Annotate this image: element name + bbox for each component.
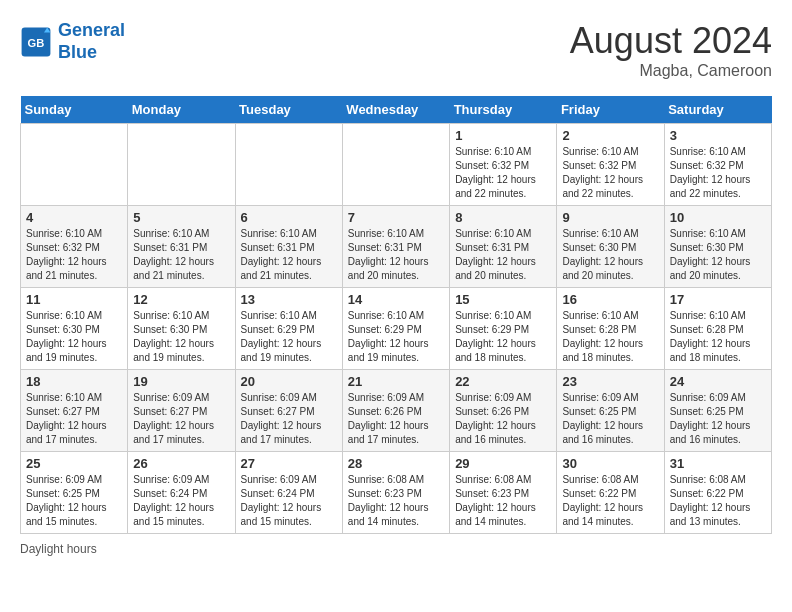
col-sunday: Sunday bbox=[21, 96, 128, 124]
day-number: 20 bbox=[241, 374, 337, 389]
calendar-cell: 6Sunrise: 6:10 AM Sunset: 6:31 PM Daylig… bbox=[235, 206, 342, 288]
cell-info: Sunrise: 6:10 AM Sunset: 6:30 PM Dayligh… bbox=[562, 227, 658, 283]
svg-text:GB: GB bbox=[28, 36, 45, 48]
week-row-3: 11Sunrise: 6:10 AM Sunset: 6:30 PM Dayli… bbox=[21, 288, 772, 370]
calendar-cell: 4Sunrise: 6:10 AM Sunset: 6:32 PM Daylig… bbox=[21, 206, 128, 288]
day-number: 14 bbox=[348, 292, 444, 307]
calendar-cell: 25Sunrise: 6:09 AM Sunset: 6:25 PM Dayli… bbox=[21, 452, 128, 534]
calendar-cell: 19Sunrise: 6:09 AM Sunset: 6:27 PM Dayli… bbox=[128, 370, 235, 452]
day-number: 30 bbox=[562, 456, 658, 471]
col-saturday: Saturday bbox=[664, 96, 771, 124]
daylight-label: Daylight hours bbox=[20, 542, 97, 556]
calendar-cell: 21Sunrise: 6:09 AM Sunset: 6:26 PM Dayli… bbox=[342, 370, 449, 452]
day-number: 13 bbox=[241, 292, 337, 307]
cell-info: Sunrise: 6:09 AM Sunset: 6:27 PM Dayligh… bbox=[133, 391, 229, 447]
week-row-4: 18Sunrise: 6:10 AM Sunset: 6:27 PM Dayli… bbox=[21, 370, 772, 452]
calendar-cell: 23Sunrise: 6:09 AM Sunset: 6:25 PM Dayli… bbox=[557, 370, 664, 452]
col-thursday: Thursday bbox=[450, 96, 557, 124]
cell-info: Sunrise: 6:10 AM Sunset: 6:28 PM Dayligh… bbox=[670, 309, 766, 365]
cell-info: Sunrise: 6:09 AM Sunset: 6:26 PM Dayligh… bbox=[348, 391, 444, 447]
cell-info: Sunrise: 6:10 AM Sunset: 6:32 PM Dayligh… bbox=[670, 145, 766, 201]
cell-info: Sunrise: 6:10 AM Sunset: 6:29 PM Dayligh… bbox=[455, 309, 551, 365]
cell-info: Sunrise: 6:09 AM Sunset: 6:25 PM Dayligh… bbox=[26, 473, 122, 529]
cell-info: Sunrise: 6:10 AM Sunset: 6:32 PM Dayligh… bbox=[562, 145, 658, 201]
calendar-cell: 26Sunrise: 6:09 AM Sunset: 6:24 PM Dayli… bbox=[128, 452, 235, 534]
cell-info: Sunrise: 6:09 AM Sunset: 6:27 PM Dayligh… bbox=[241, 391, 337, 447]
day-number: 3 bbox=[670, 128, 766, 143]
cell-info: Sunrise: 6:08 AM Sunset: 6:23 PM Dayligh… bbox=[455, 473, 551, 529]
day-number: 11 bbox=[26, 292, 122, 307]
day-number: 21 bbox=[348, 374, 444, 389]
calendar-cell: 8Sunrise: 6:10 AM Sunset: 6:31 PM Daylig… bbox=[450, 206, 557, 288]
col-wednesday: Wednesday bbox=[342, 96, 449, 124]
cell-info: Sunrise: 6:09 AM Sunset: 6:25 PM Dayligh… bbox=[670, 391, 766, 447]
cell-info: Sunrise: 6:09 AM Sunset: 6:25 PM Dayligh… bbox=[562, 391, 658, 447]
day-number: 23 bbox=[562, 374, 658, 389]
cell-info: Sunrise: 6:10 AM Sunset: 6:30 PM Dayligh… bbox=[26, 309, 122, 365]
logo-text: General Blue bbox=[58, 20, 125, 63]
calendar-cell bbox=[342, 124, 449, 206]
header-row: Sunday Monday Tuesday Wednesday Thursday… bbox=[21, 96, 772, 124]
cell-info: Sunrise: 6:09 AM Sunset: 6:24 PM Dayligh… bbox=[133, 473, 229, 529]
cell-info: Sunrise: 6:08 AM Sunset: 6:22 PM Dayligh… bbox=[562, 473, 658, 529]
cell-info: Sunrise: 6:10 AM Sunset: 6:27 PM Dayligh… bbox=[26, 391, 122, 447]
calendar-cell: 14Sunrise: 6:10 AM Sunset: 6:29 PM Dayli… bbox=[342, 288, 449, 370]
calendar-cell: 7Sunrise: 6:10 AM Sunset: 6:31 PM Daylig… bbox=[342, 206, 449, 288]
day-number: 19 bbox=[133, 374, 229, 389]
footer: Daylight hours bbox=[20, 542, 772, 556]
cell-info: Sunrise: 6:09 AM Sunset: 6:24 PM Dayligh… bbox=[241, 473, 337, 529]
cell-info: Sunrise: 6:10 AM Sunset: 6:30 PM Dayligh… bbox=[133, 309, 229, 365]
cell-info: Sunrise: 6:10 AM Sunset: 6:28 PM Dayligh… bbox=[562, 309, 658, 365]
calendar-cell: 1Sunrise: 6:10 AM Sunset: 6:32 PM Daylig… bbox=[450, 124, 557, 206]
calendar-cell bbox=[235, 124, 342, 206]
day-number: 5 bbox=[133, 210, 229, 225]
calendar-cell: 20Sunrise: 6:09 AM Sunset: 6:27 PM Dayli… bbox=[235, 370, 342, 452]
day-number: 31 bbox=[670, 456, 766, 471]
calendar-cell bbox=[21, 124, 128, 206]
col-tuesday: Tuesday bbox=[235, 96, 342, 124]
calendar-cell: 10Sunrise: 6:10 AM Sunset: 6:30 PM Dayli… bbox=[664, 206, 771, 288]
day-number: 15 bbox=[455, 292, 551, 307]
calendar-cell: 3Sunrise: 6:10 AM Sunset: 6:32 PM Daylig… bbox=[664, 124, 771, 206]
cell-info: Sunrise: 6:10 AM Sunset: 6:29 PM Dayligh… bbox=[241, 309, 337, 365]
day-number: 18 bbox=[26, 374, 122, 389]
cell-info: Sunrise: 6:10 AM Sunset: 6:32 PM Dayligh… bbox=[455, 145, 551, 201]
day-number: 22 bbox=[455, 374, 551, 389]
day-number: 2 bbox=[562, 128, 658, 143]
day-number: 29 bbox=[455, 456, 551, 471]
cell-info: Sunrise: 6:08 AM Sunset: 6:22 PM Dayligh… bbox=[670, 473, 766, 529]
day-number: 25 bbox=[26, 456, 122, 471]
calendar-cell: 13Sunrise: 6:10 AM Sunset: 6:29 PM Dayli… bbox=[235, 288, 342, 370]
page-header: GB General Blue August 2024 Magba, Camer… bbox=[20, 20, 772, 80]
title-block: August 2024 Magba, Cameroon bbox=[570, 20, 772, 80]
day-number: 12 bbox=[133, 292, 229, 307]
calendar-cell: 2Sunrise: 6:10 AM Sunset: 6:32 PM Daylig… bbox=[557, 124, 664, 206]
logo: GB General Blue bbox=[20, 20, 125, 63]
day-number: 7 bbox=[348, 210, 444, 225]
week-row-1: 1Sunrise: 6:10 AM Sunset: 6:32 PM Daylig… bbox=[21, 124, 772, 206]
col-friday: Friday bbox=[557, 96, 664, 124]
week-row-2: 4Sunrise: 6:10 AM Sunset: 6:32 PM Daylig… bbox=[21, 206, 772, 288]
month-title: August 2024 bbox=[570, 20, 772, 62]
calendar-cell: 29Sunrise: 6:08 AM Sunset: 6:23 PM Dayli… bbox=[450, 452, 557, 534]
calendar-cell: 17Sunrise: 6:10 AM Sunset: 6:28 PM Dayli… bbox=[664, 288, 771, 370]
cell-info: Sunrise: 6:10 AM Sunset: 6:31 PM Dayligh… bbox=[455, 227, 551, 283]
cell-info: Sunrise: 6:10 AM Sunset: 6:31 PM Dayligh… bbox=[241, 227, 337, 283]
cell-info: Sunrise: 6:10 AM Sunset: 6:31 PM Dayligh… bbox=[133, 227, 229, 283]
calendar-table: Sunday Monday Tuesday Wednesday Thursday… bbox=[20, 96, 772, 534]
day-number: 1 bbox=[455, 128, 551, 143]
calendar-cell: 12Sunrise: 6:10 AM Sunset: 6:30 PM Dayli… bbox=[128, 288, 235, 370]
col-monday: Monday bbox=[128, 96, 235, 124]
calendar-cell: 18Sunrise: 6:10 AM Sunset: 6:27 PM Dayli… bbox=[21, 370, 128, 452]
cell-info: Sunrise: 6:10 AM Sunset: 6:30 PM Dayligh… bbox=[670, 227, 766, 283]
day-number: 4 bbox=[26, 210, 122, 225]
calendar-cell: 5Sunrise: 6:10 AM Sunset: 6:31 PM Daylig… bbox=[128, 206, 235, 288]
cell-info: Sunrise: 6:10 AM Sunset: 6:32 PM Dayligh… bbox=[26, 227, 122, 283]
calendar-cell: 27Sunrise: 6:09 AM Sunset: 6:24 PM Dayli… bbox=[235, 452, 342, 534]
day-number: 28 bbox=[348, 456, 444, 471]
day-number: 24 bbox=[670, 374, 766, 389]
cell-info: Sunrise: 6:10 AM Sunset: 6:31 PM Dayligh… bbox=[348, 227, 444, 283]
cell-info: Sunrise: 6:09 AM Sunset: 6:26 PM Dayligh… bbox=[455, 391, 551, 447]
calendar-cell: 30Sunrise: 6:08 AM Sunset: 6:22 PM Dayli… bbox=[557, 452, 664, 534]
day-number: 17 bbox=[670, 292, 766, 307]
